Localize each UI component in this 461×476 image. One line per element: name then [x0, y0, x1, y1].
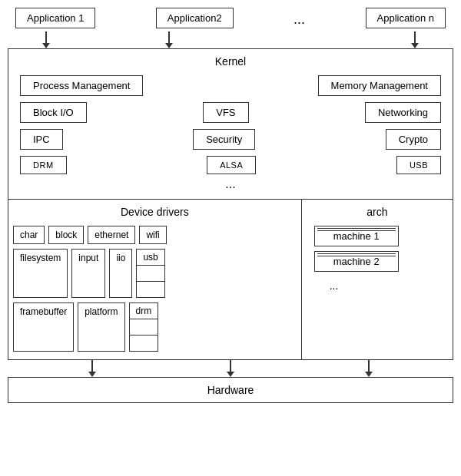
dd-framebuffer: framebuffer — [13, 302, 74, 352]
networking: Networking — [365, 102, 441, 123]
head — [365, 372, 373, 377]
arrow-app2 — [161, 31, 177, 48]
dd-grid: char block ethernet wifi filesystem inpu… — [13, 226, 297, 352]
crypto: Crypto — [386, 129, 441, 150]
head — [227, 372, 234, 377]
shaft — [91, 360, 93, 372]
dd-platform: platform — [78, 302, 124, 352]
device-drivers-label: Device drivers — [13, 206, 297, 218]
drm: DRM — [20, 156, 67, 174]
head — [88, 372, 96, 377]
dd-usb-cell1: usb — [137, 250, 164, 266]
shaft — [230, 360, 231, 372]
dd-block: block — [48, 226, 84, 244]
hardware-box: Hardware — [8, 377, 453, 403]
arch-dots: ... — [314, 279, 339, 292]
arch-machine1: machine 1 — [314, 226, 399, 246]
appN-box: Application n — [366, 8, 446, 28]
apps-dots: ... — [294, 8, 305, 31]
dd-filesystem: filesystem — [13, 249, 68, 298]
kernel-row-3: IPC Security Crypto — [20, 129, 441, 150]
dd-row-3: framebuffer platform drm — [13, 302, 297, 352]
dd-char: char — [13, 226, 45, 244]
dd-drm-stack: drm — [129, 302, 159, 352]
arch-items: machine 1 machine 2 ... — [307, 226, 448, 292]
dd-row-2: filesystem input iio usb — [13, 249, 297, 298]
dd-usb-cell2 — [137, 266, 164, 282]
arrow-appN — [407, 31, 423, 48]
shaft — [45, 31, 47, 43]
dd-ethernet: ethernet — [88, 226, 135, 244]
arrow-hw3 — [361, 360, 376, 377]
app2-box: Application2 — [156, 8, 234, 28]
shaft — [168, 31, 170, 43]
dd-drm-cell3 — [130, 336, 158, 351]
dd-row-1: char block ethernet wifi — [13, 226, 297, 244]
arrow-app1 — [38, 31, 54, 48]
kernel-dots: ... — [16, 177, 445, 191]
block-io: Block I/O — [20, 102, 87, 123]
usb: USB — [396, 156, 441, 174]
kernel-row-2: Block I/O VFS Networking — [20, 102, 441, 123]
arch-section: arch machine 1 machine 2 ... — [302, 200, 453, 359]
arrow-hw1 — [85, 360, 100, 377]
alsa: ALSA — [207, 156, 256, 174]
memory-mgmt: Memory Management — [318, 75, 441, 96]
kernel-row-4: DRM ALSA USB — [20, 156, 441, 174]
arch-machine2: machine 2 — [314, 251, 399, 272]
app1-box: Application 1 — [15, 8, 95, 28]
kernel-grid: Process Management Memory Management Blo… — [16, 75, 445, 174]
diagram: Application 1 Application2 ... Applicati… — [8, 8, 453, 403]
process-mgmt: Process Management — [20, 75, 143, 96]
app-arrows — [8, 31, 453, 48]
dd-usb-cell3 — [137, 282, 164, 297]
head — [165, 43, 173, 48]
dd-iio: iio — [109, 249, 132, 298]
dd-drm-cell2 — [130, 319, 158, 336]
bottom-section: Device drivers char block ethernet wifi … — [8, 200, 453, 360]
shaft — [414, 31, 416, 43]
bottom-arrows — [8, 360, 453, 377]
device-drivers: Device drivers char block ethernet wifi … — [8, 200, 302, 359]
dd-drm-cell1: drm — [130, 303, 158, 319]
kernel-label: Kernel — [16, 55, 445, 68]
kernel-box: Kernel Process Management Memory Managem… — [8, 48, 453, 200]
head — [411, 43, 419, 48]
dd-usb-stack: usb — [136, 249, 164, 298]
shaft — [368, 360, 370, 372]
apps-row: Application 1 Application2 ... Applicati… — [8, 8, 453, 31]
vfs: VFS — [203, 102, 248, 123]
dd-wifi: wifi — [139, 226, 166, 244]
head — [42, 43, 50, 48]
kernel-row-1: Process Management Memory Management — [20, 75, 441, 96]
security: Security — [193, 129, 255, 150]
ipc: IPC — [20, 129, 63, 150]
arch-label: arch — [307, 206, 448, 218]
dd-input: input — [71, 249, 105, 298]
arrow-hw2 — [223, 360, 238, 377]
